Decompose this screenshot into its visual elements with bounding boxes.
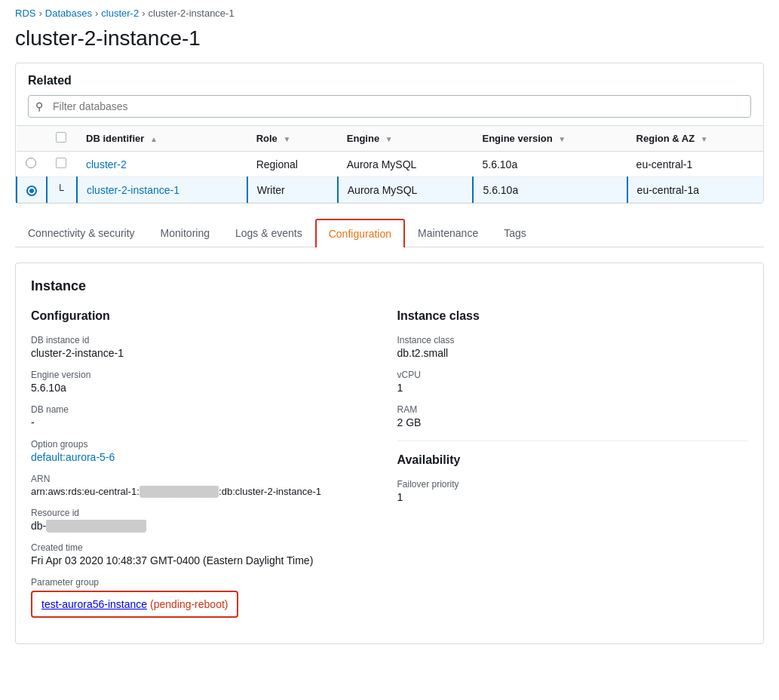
value-vcpu: 1	[397, 382, 749, 394]
field-ram: RAM 2 GB	[397, 404, 749, 428]
field-vcpu: vCPU 1	[397, 370, 749, 394]
tab-tags[interactable]: Tags	[491, 219, 539, 247]
breadcrumb-rds[interactable]: RDS	[15, 8, 35, 19]
col-engine[interactable]: Engine ▼	[338, 126, 474, 152]
field-instance-class: Instance class db.t2.small	[397, 335, 749, 359]
related-section: Related ⚲ DB identifier ▲ Rol	[15, 63, 764, 204]
db-table: DB identifier ▲ Role ▼ Engine ▼ Engine v…	[16, 125, 763, 203]
parameter-group-box: test-aurora56-instance (pending-reboot)	[31, 591, 238, 618]
tab-maintenance[interactable]: Maintenance	[405, 219, 491, 247]
value-failover: 1	[397, 491, 749, 503]
search-input[interactable]	[28, 95, 751, 118]
row-db-id-2[interactable]: cluster-2-instance-1	[77, 177, 247, 203]
label-parameter-group: Parameter group	[31, 577, 382, 588]
label-failover: Failover priority	[397, 479, 749, 490]
value-arn: arn:aws:rds:eu-central-1:███████████:db:…	[31, 486, 382, 497]
sort-engine-icon: ▼	[385, 135, 393, 143]
search-bar: ⚲	[16, 95, 763, 125]
row-db-id[interactable]: cluster-2	[77, 152, 247, 177]
radio-selected[interactable]	[26, 186, 37, 196]
row-version: 5.6.10a	[473, 152, 627, 177]
related-heading: Related	[16, 63, 763, 95]
col-engine-version[interactable]: Engine version ▼	[473, 126, 627, 152]
field-parameter-group: Parameter group test-aurora56-instance (…	[31, 577, 382, 618]
label-instance-class: Instance class	[397, 335, 749, 345]
label-engine-version: Engine version	[31, 370, 382, 380]
label-arn: ARN	[31, 474, 382, 484]
search-icon: ⚲	[35, 100, 43, 112]
label-ram: RAM	[397, 404, 749, 415]
config-section: Configuration DB instance id cluster-2-i…	[31, 309, 382, 628]
pending-reboot-badge: (pending-reboot)	[150, 598, 228, 610]
row-checkbox[interactable]	[56, 158, 66, 168]
value-db-name: -	[31, 416, 382, 428]
col-role[interactable]: Role ▼	[247, 126, 338, 152]
field-db-instance-id: DB instance id cluster-2-instance-1	[31, 335, 382, 359]
radio-unselected[interactable]	[26, 158, 36, 168]
field-arn: ARN arn:aws:rds:eu-central-1:███████████…	[31, 474, 382, 497]
row-region: eu-central-1	[627, 152, 763, 177]
value-ram: 2 GB	[397, 416, 749, 428]
db-id-link[interactable]: cluster-2	[86, 158, 127, 170]
row-engine-2: Aurora MySQL	[338, 177, 474, 203]
row-role-2: Writer	[247, 177, 338, 203]
value-resource-id: db-█████████████	[31, 520, 382, 532]
sort-region-icon: ▼	[701, 135, 708, 143]
field-resource-id: Resource id db-█████████████	[31, 508, 382, 532]
col-radio	[17, 126, 47, 152]
value-instance-class: db.t2.small	[397, 347, 749, 359]
breadcrumb-databases[interactable]: Databases	[45, 8, 92, 19]
sort-role-icon: ▼	[283, 135, 290, 143]
sort-version-icon: ▼	[558, 135, 566, 143]
row-indent: └	[57, 184, 67, 196]
value-parameter-group[interactable]: test-aurora56-instance (pending-reboot)	[41, 598, 228, 610]
divider	[397, 441, 749, 441]
col-db-identifier[interactable]: DB identifier ▲	[77, 126, 247, 152]
instance-heading: Instance	[31, 278, 748, 294]
label-db-instance-id: DB instance id	[31, 335, 382, 345]
field-engine-version: Engine version 5.6.10a	[31, 370, 382, 394]
tab-monitoring[interactable]: Monitoring	[148, 219, 222, 247]
row-role: Regional	[247, 152, 338, 177]
row-engine: Aurora MySQL	[338, 152, 474, 177]
label-vcpu: vCPU	[397, 370, 749, 380]
breadcrumb: RDS › Databases › cluster-2 › cluster-2-…	[0, 0, 779, 23]
header-checkbox[interactable]	[56, 132, 66, 143]
table-row[interactable]: └ cluster-2-instance-1 Writer Aurora MyS…	[17, 177, 763, 203]
db-id-link-2[interactable]: cluster-2-instance-1	[87, 184, 179, 196]
row-checkbox-cell[interactable]	[47, 152, 77, 177]
arn-redacted: ███████████	[140, 486, 219, 497]
breadcrumb-cluster2[interactable]: cluster-2	[101, 8, 139, 19]
value-engine-version: 5.6.10a	[31, 382, 382, 394]
row-region-2: eu-central-1a	[627, 177, 763, 203]
instance-class-heading: Instance class	[397, 309, 749, 323]
row-version-2: 5.6.10a	[473, 177, 627, 203]
sort-asc-icon: ▲	[150, 135, 158, 143]
class-section: Instance class Instance class db.t2.smal…	[397, 309, 749, 628]
field-failover: Failover priority 1	[397, 479, 749, 503]
instance-section: Instance Configuration DB instance id cl…	[15, 262, 764, 644]
label-resource-id: Resource id	[31, 508, 382, 518]
value-created-time: Fri Apr 03 2020 10:48:37 GMT-0400 (Easte…	[31, 554, 382, 566]
value-option-groups[interactable]: default:aurora-5-6	[31, 451, 382, 463]
label-option-groups: Option groups	[31, 439, 382, 450]
option-groups-link[interactable]: default:aurora-5-6	[31, 451, 115, 463]
field-option-groups: Option groups default:aurora-5-6	[31, 439, 382, 463]
parameter-group-link[interactable]: test-aurora56-instance	[41, 598, 147, 610]
table-row[interactable]: cluster-2 Regional Aurora MySQL 5.6.10a …	[17, 152, 763, 177]
config-heading: Configuration	[31, 309, 382, 323]
resource-id-redacted: █████████████	[46, 520, 146, 532]
tab-logs[interactable]: Logs & events	[222, 219, 315, 247]
tab-connectivity[interactable]: Connectivity & security	[15, 219, 148, 247]
col-region[interactable]: Region & AZ ▼	[627, 126, 763, 152]
row-radio-cell[interactable]	[17, 152, 47, 177]
row-radio-cell-selected[interactable]	[17, 177, 47, 203]
instance-content: Configuration DB instance id cluster-2-i…	[31, 309, 748, 628]
label-created-time: Created time	[31, 542, 382, 553]
row-checkbox-cell-2[interactable]: └	[47, 177, 77, 203]
tab-configuration[interactable]: Configuration	[315, 219, 405, 247]
tabs-section: Connectivity & security Monitoring Logs …	[15, 219, 764, 247]
tabs: Connectivity & security Monitoring Logs …	[15, 219, 764, 247]
label-db-name: DB name	[31, 404, 382, 415]
field-db-name: DB name -	[31, 404, 382, 428]
